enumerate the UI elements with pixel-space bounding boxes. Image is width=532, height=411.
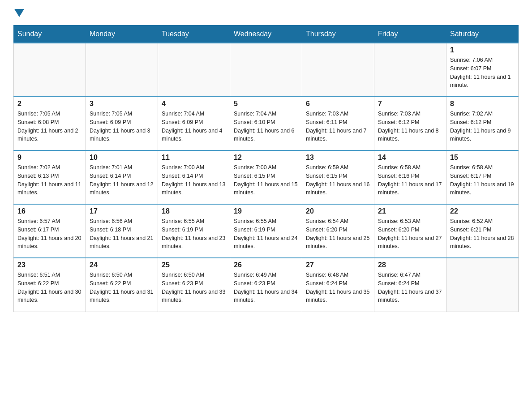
calendar-day-cell: 28Sunrise: 6:47 AM Sunset: 6:24 PM Dayli… (374, 258, 446, 312)
day-number: 23 (17, 261, 82, 269)
calendar-day-cell: 25Sunrise: 6:50 AM Sunset: 6:23 PM Dayli… (158, 258, 230, 312)
day-info: Sunrise: 7:00 AM Sunset: 6:15 PM Dayligh… (234, 163, 298, 197)
day-number: 22 (450, 207, 515, 215)
day-info: Sunrise: 6:49 AM Sunset: 6:23 PM Dayligh… (234, 271, 298, 304)
calendar-day-cell (302, 43, 374, 97)
day-info: Sunrise: 6:47 AM Sunset: 6:24 PM Dayligh… (378, 271, 442, 304)
calendar-day-cell: 27Sunrise: 6:48 AM Sunset: 6:24 PM Dayli… (302, 258, 374, 312)
calendar-day-cell (86, 43, 158, 97)
calendar-day-cell (374, 43, 446, 97)
day-number: 17 (90, 207, 154, 215)
calendar-day-cell: 2Sunrise: 7:05 AM Sunset: 6:08 PM Daylig… (14, 97, 86, 150)
calendar-day-cell: 10Sunrise: 7:01 AM Sunset: 6:14 PM Dayli… (86, 150, 158, 204)
day-number: 19 (234, 207, 298, 215)
day-info: Sunrise: 7:03 AM Sunset: 6:11 PM Dayligh… (306, 110, 370, 143)
calendar-day-cell: 21Sunrise: 6:53 AM Sunset: 6:20 PM Dayli… (374, 204, 446, 258)
day-info: Sunrise: 6:55 AM Sunset: 6:19 PM Dayligh… (234, 217, 298, 251)
day-info: Sunrise: 7:02 AM Sunset: 6:13 PM Dayligh… (17, 163, 82, 197)
logo-arrow-icon (14, 9, 24, 17)
day-of-week-header: Monday (86, 26, 158, 43)
calendar-day-cell: 17Sunrise: 6:56 AM Sunset: 6:18 PM Dayli… (86, 204, 158, 258)
day-number: 20 (306, 207, 370, 215)
day-info: Sunrise: 6:58 AM Sunset: 6:17 PM Dayligh… (450, 163, 515, 197)
day-info: Sunrise: 6:55 AM Sunset: 6:19 PM Dayligh… (162, 217, 226, 251)
day-number: 13 (306, 154, 370, 162)
day-info: Sunrise: 6:52 AM Sunset: 6:21 PM Dayligh… (450, 217, 515, 251)
day-number: 21 (378, 207, 442, 215)
day-info: Sunrise: 7:01 AM Sunset: 6:14 PM Dayligh… (90, 163, 154, 197)
calendar-header-row: SundayMondayTuesdayWednesdayThursdayFrid… (14, 26, 519, 43)
calendar-day-cell: 12Sunrise: 7:00 AM Sunset: 6:15 PM Dayli… (230, 150, 302, 204)
calendar-day-cell: 18Sunrise: 6:55 AM Sunset: 6:19 PM Dayli… (158, 204, 230, 258)
calendar-day-cell: 19Sunrise: 6:55 AM Sunset: 6:19 PM Dayli… (230, 204, 302, 258)
calendar-day-cell: 4Sunrise: 7:04 AM Sunset: 6:09 PM Daylig… (158, 97, 230, 150)
day-info: Sunrise: 7:03 AM Sunset: 6:12 PM Dayligh… (378, 110, 442, 143)
calendar-day-cell: 24Sunrise: 6:50 AM Sunset: 6:22 PM Dayli… (86, 258, 158, 312)
day-info: Sunrise: 6:53 AM Sunset: 6:20 PM Dayligh… (378, 217, 442, 251)
day-info: Sunrise: 7:02 AM Sunset: 6:12 PM Dayligh… (450, 110, 515, 143)
day-number: 16 (17, 207, 82, 215)
calendar-day-cell: 3Sunrise: 7:05 AM Sunset: 6:09 PM Daylig… (86, 97, 158, 150)
calendar-day-cell: 13Sunrise: 6:59 AM Sunset: 6:15 PM Dayli… (302, 150, 374, 204)
day-info: Sunrise: 6:57 AM Sunset: 6:17 PM Dayligh… (17, 217, 82, 251)
day-info: Sunrise: 7:05 AM Sunset: 6:08 PM Dayligh… (17, 110, 82, 143)
day-number: 11 (162, 154, 226, 162)
calendar-day-cell: 9Sunrise: 7:02 AM Sunset: 6:13 PM Daylig… (14, 150, 86, 204)
day-number: 10 (90, 154, 154, 162)
calendar-day-cell: 11Sunrise: 7:00 AM Sunset: 6:14 PM Dayli… (158, 150, 230, 204)
day-info: Sunrise: 6:50 AM Sunset: 6:22 PM Dayligh… (90, 271, 154, 304)
day-of-week-header: Saturday (446, 26, 519, 43)
day-number: 24 (90, 261, 154, 269)
calendar-day-cell: 26Sunrise: 6:49 AM Sunset: 6:23 PM Dayli… (230, 258, 302, 312)
calendar-day-cell (14, 43, 86, 97)
day-info: Sunrise: 7:06 AM Sunset: 6:07 PM Dayligh… (450, 56, 515, 90)
calendar-day-cell: 7Sunrise: 7:03 AM Sunset: 6:12 PM Daylig… (374, 97, 446, 150)
day-number: 6 (306, 100, 370, 108)
calendar-week-row: 9Sunrise: 7:02 AM Sunset: 6:13 PM Daylig… (14, 150, 519, 204)
day-of-week-header: Wednesday (230, 26, 302, 43)
calendar-day-cell: 16Sunrise: 6:57 AM Sunset: 6:17 PM Dayli… (14, 204, 86, 258)
day-number: 27 (306, 261, 370, 269)
calendar-week-row: 1Sunrise: 7:06 AM Sunset: 6:07 PM Daylig… (14, 43, 519, 97)
day-of-week-header: Friday (374, 26, 446, 43)
calendar-table: SundayMondayTuesdayWednesdayThursdayFrid… (13, 25, 519, 312)
calendar-day-cell: 22Sunrise: 6:52 AM Sunset: 6:21 PM Dayli… (446, 204, 519, 258)
calendar-week-row: 16Sunrise: 6:57 AM Sunset: 6:17 PM Dayli… (14, 204, 519, 258)
calendar-day-cell (446, 258, 519, 312)
calendar-day-cell: 6Sunrise: 7:03 AM Sunset: 6:11 PM Daylig… (302, 97, 374, 150)
day-info: Sunrise: 7:05 AM Sunset: 6:09 PM Dayligh… (90, 110, 154, 143)
day-number: 25 (162, 261, 226, 269)
calendar-day-cell: 14Sunrise: 6:58 AM Sunset: 6:16 PM Dayli… (374, 150, 446, 204)
day-number: 26 (234, 261, 298, 269)
day-info: Sunrise: 6:54 AM Sunset: 6:20 PM Dayligh… (306, 217, 370, 251)
calendar-day-cell: 1Sunrise: 7:06 AM Sunset: 6:07 PM Daylig… (446, 43, 519, 97)
day-number: 15 (450, 154, 515, 162)
calendar-week-row: 23Sunrise: 6:51 AM Sunset: 6:22 PM Dayli… (14, 258, 519, 312)
day-info: Sunrise: 6:48 AM Sunset: 6:24 PM Dayligh… (306, 271, 370, 304)
logo (13, 9, 24, 17)
calendar-day-cell: 8Sunrise: 7:02 AM Sunset: 6:12 PM Daylig… (446, 97, 519, 150)
day-number: 1 (450, 46, 515, 54)
day-number: 5 (234, 100, 298, 108)
day-number: 8 (450, 100, 515, 108)
day-number: 3 (90, 100, 154, 108)
day-info: Sunrise: 7:04 AM Sunset: 6:10 PM Dayligh… (234, 110, 298, 143)
day-info: Sunrise: 6:56 AM Sunset: 6:18 PM Dayligh… (90, 217, 154, 251)
day-number: 9 (17, 154, 82, 162)
day-number: 18 (162, 207, 226, 215)
day-info: Sunrise: 7:04 AM Sunset: 6:09 PM Dayligh… (162, 110, 226, 143)
day-number: 12 (234, 154, 298, 162)
calendar-day-cell: 23Sunrise: 6:51 AM Sunset: 6:22 PM Dayli… (14, 258, 86, 312)
day-of-week-header: Tuesday (158, 26, 230, 43)
day-of-week-header: Thursday (302, 26, 374, 43)
day-info: Sunrise: 6:58 AM Sunset: 6:16 PM Dayligh… (378, 163, 442, 197)
day-info: Sunrise: 6:51 AM Sunset: 6:22 PM Dayligh… (17, 271, 82, 304)
calendar-day-cell: 20Sunrise: 6:54 AM Sunset: 6:20 PM Dayli… (302, 204, 374, 258)
day-info: Sunrise: 6:50 AM Sunset: 6:23 PM Dayligh… (162, 271, 226, 304)
calendar-day-cell (158, 43, 230, 97)
day-number: 28 (378, 261, 442, 269)
day-number: 4 (162, 100, 226, 108)
calendar-day-cell: 15Sunrise: 6:58 AM Sunset: 6:17 PM Dayli… (446, 150, 519, 204)
day-info: Sunrise: 6:59 AM Sunset: 6:15 PM Dayligh… (306, 163, 370, 197)
day-number: 7 (378, 100, 442, 108)
